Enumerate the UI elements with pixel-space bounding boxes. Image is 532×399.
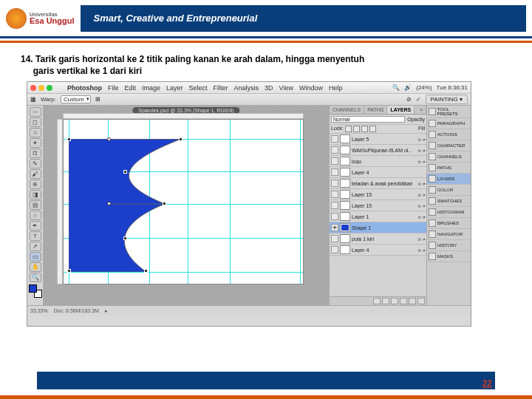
layer-thumb[interactable]: [340, 146, 350, 154]
layer-row[interactable]: Layer 4: [330, 167, 426, 178]
visibility-icon[interactable]: [331, 235, 338, 242]
layer-name[interactable]: Layer 5: [352, 137, 417, 142]
menu-layer[interactable]: Layer: [166, 84, 183, 92]
warp-cancel-icon[interactable]: ⊘: [406, 96, 412, 103]
anchor-point[interactable]: [163, 202, 166, 205]
fx-badge[interactable]: fx ▾: [418, 214, 425, 219]
layer-row[interactable]: pola 1 kirifx ▾: [330, 233, 426, 245]
fx-badge[interactable]: fx ▾: [418, 192, 425, 197]
strip-tool-presets[interactable]: TOOL PRESETS: [427, 106, 471, 118]
layer-row[interactable]: Layer 1fx ▾: [330, 211, 426, 222]
strip-layers[interactable]: LAYERS: [427, 174, 471, 185]
lock-transparent-icon[interactable]: [345, 126, 352, 132]
layer-name[interactable]: Layer 1: [352, 214, 417, 219]
layer-thumb[interactable]: [340, 212, 350, 221]
strip-brushes[interactable]: BRUSHES: [427, 218, 471, 229]
visibility-icon[interactable]: [331, 168, 338, 176]
menu-edit[interactable]: Edit: [125, 84, 137, 92]
marquee-tool[interactable]: ◻: [30, 117, 41, 127]
shape-tool[interactable]: ▭: [30, 252, 41, 262]
minimize-icon[interactable]: [38, 85, 44, 91]
stamp-tool[interactable]: ⊕: [30, 180, 41, 189]
tab-channels[interactable]: CHANNELS: [330, 106, 364, 114]
layer-row[interactable]: Layer 5fx ▾: [330, 134, 426, 145]
guide-h[interactable]: [64, 272, 303, 273]
strip-actions[interactable]: ACTIONS: [427, 129, 471, 140]
guide-v[interactable]: [300, 120, 301, 284]
move-tool[interactable]: ↔: [30, 107, 41, 117]
lock-pixels-icon[interactable]: [353, 126, 360, 132]
fg-color-swatch[interactable]: [29, 284, 37, 293]
anchor-point[interactable]: [123, 236, 127, 240]
layer-thumb[interactable]: [340, 201, 350, 210]
workspace-switcher[interactable]: PAINTING ▾: [426, 95, 468, 104]
layer-row[interactable]: Layer 15fx ▾: [330, 200, 426, 211]
layer-name[interactable]: Layer 4: [352, 170, 425, 175]
strip-history[interactable]: HISTORY: [427, 240, 471, 251]
menu-3d[interactable]: 3D: [265, 84, 273, 92]
menu-image[interactable]: Image: [142, 84, 160, 92]
ruler-vertical[interactable]: [57, 119, 63, 284]
visibility-icon[interactable]: [331, 146, 338, 154]
canvas[interactable]: [63, 119, 304, 284]
crop-tool[interactable]: ⊡: [30, 149, 41, 158]
menu-file[interactable]: File: [108, 84, 119, 92]
tab-layers[interactable]: LAYERS: [387, 106, 415, 114]
menu-filter[interactable]: Filter: [214, 84, 228, 92]
strip-swatches[interactable]: SWATCHES: [427, 196, 471, 207]
visibility-icon[interactable]: [331, 191, 338, 198]
visibility-icon[interactable]: [331, 135, 338, 143]
spotlight-icon[interactable]: 🔍: [392, 84, 400, 91]
layer-thumb[interactable]: [340, 168, 350, 177]
layer-row[interactable]: Layer 15fx ▾: [330, 189, 426, 200]
wand-tool[interactable]: ✦: [30, 138, 41, 148]
menu-help[interactable]: Help: [329, 84, 343, 92]
layer-thumb[interactable]: [340, 134, 350, 143]
tool-preset-icon[interactable]: ▦: [30, 96, 36, 103]
trash-icon[interactable]: [417, 298, 425, 304]
menu-photoshop[interactable]: Photoshop: [67, 84, 102, 92]
lasso-tool[interactable]: ⟃: [30, 128, 41, 137]
type-tool[interactable]: T: [30, 231, 41, 241]
fx-badge[interactable]: fx ▾: [418, 137, 425, 142]
color-swatches[interactable]: [29, 284, 42, 298]
volume-icon[interactable]: 🔊: [404, 84, 412, 91]
blend-mode-select[interactable]: Normal: [331, 116, 405, 123]
strip-histogram[interactable]: HISTOGRAM: [427, 207, 471, 218]
new-layer-icon[interactable]: [409, 298, 416, 304]
tab-paths[interactable]: PATHS: [364, 106, 387, 114]
layer-row[interactable]: 👁Shape 1: [330, 222, 426, 233]
warp-commit-icon[interactable]: ✓: [416, 96, 421, 103]
menu-analysis[interactable]: Analysis: [234, 84, 259, 92]
layer-name[interactable]: pola 1 kiri: [352, 236, 417, 242]
anchor-point[interactable]: [67, 269, 71, 273]
layer-fx-icon[interactable]: [382, 298, 389, 304]
visibility-icon[interactable]: 👁: [331, 224, 338, 231]
layer-row[interactable]: teladan & anak pendidikanfx ▾: [330, 178, 426, 189]
strip-channels[interactable]: CHANNELS: [427, 151, 471, 163]
new-group-icon[interactable]: [400, 298, 407, 304]
visibility-icon[interactable]: [331, 157, 338, 165]
visibility-icon[interactable]: [331, 202, 338, 209]
layer-thumb[interactable]: [340, 245, 350, 254]
zoom-tool[interactable]: 🔍: [30, 273, 41, 282]
layer-name[interactable]: Shape 1: [352, 225, 425, 231]
vector-shape[interactable]: [69, 139, 230, 272]
ruler-horizontal[interactable]: [63, 113, 304, 119]
fx-badge[interactable]: fx ▾: [418, 203, 425, 208]
gradient-tool[interactable]: ▤: [30, 200, 41, 210]
strip-navigator[interactable]: NAVIGATOR: [427, 229, 471, 240]
eyedropper-tool[interactable]: ✎: [30, 159, 41, 168]
close-icon[interactable]: [30, 85, 36, 91]
lock-all-icon[interactable]: [369, 126, 376, 132]
menu-window[interactable]: Window: [299, 84, 323, 92]
layer-name[interactable]: WAKtuPilgunan-fiLAM ol..: [352, 148, 417, 153]
layer-row[interactable]: logofx ▾: [330, 156, 426, 167]
fx-badge[interactable]: fx ▾: [418, 159, 425, 164]
canvas-area[interactable]: Spandek.psd @ 33.3% (Shape 1, RGB/8): [44, 106, 329, 305]
guide-v[interactable]: [230, 120, 231, 284]
blur-tool[interactable]: ○: [30, 211, 41, 220]
warp-orientation-icon[interactable]: ⊞: [95, 96, 100, 103]
layer-name[interactable]: Layer 15: [352, 192, 417, 197]
window-controls[interactable]: [30, 85, 52, 91]
